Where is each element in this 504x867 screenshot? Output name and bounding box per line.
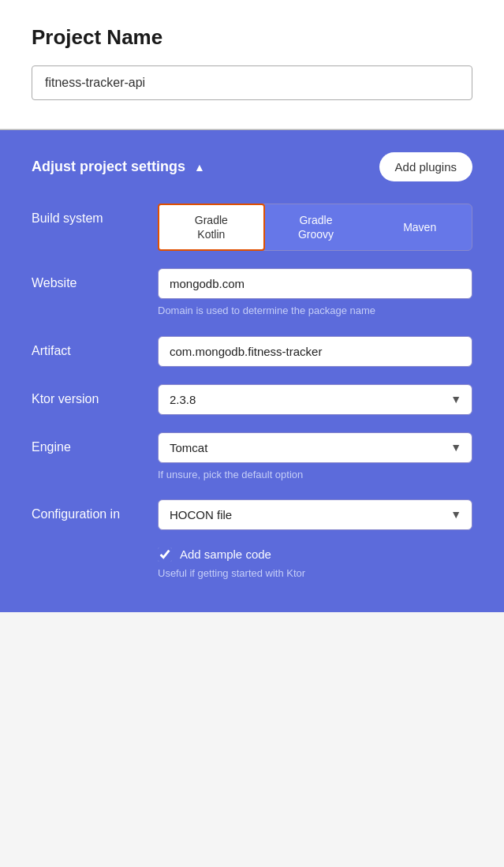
- website-hint: Domain is used to determine the package …: [158, 304, 472, 318]
- artifact-label: Artifact: [32, 336, 158, 358]
- configuration-in-wrapper: HOCON file Code ▼: [158, 499, 472, 530]
- configuration-in-row: Configuration in HOCON file Code ▼: [32, 499, 472, 530]
- engine-hint: If unsure, pick the default option: [158, 468, 472, 482]
- artifact-input[interactable]: [158, 336, 472, 367]
- build-btn-gradle-kotlin[interactable]: GradleKotlin: [158, 204, 265, 251]
- build-system-row: Build system GradleKotlin GradleGroovy M…: [32, 204, 472, 251]
- sample-code-checkbox[interactable]: [158, 547, 172, 562]
- ktor-version-control: 2.3.8 2.3.7 2.3.6 ▼: [158, 384, 472, 415]
- sample-code-hint: Useful if getting started with Ktor: [158, 566, 472, 581]
- build-system-label: Build system: [32, 204, 158, 226]
- add-plugins-button[interactable]: Add plugins: [379, 152, 472, 181]
- website-control: Domain is used to determine the package …: [158, 268, 472, 318]
- engine-select[interactable]: Tomcat Netty Jetty CIO: [158, 432, 472, 463]
- project-name-section: Project Name: [0, 0, 504, 129]
- artifact-row: Artifact: [32, 336, 472, 367]
- artifact-control: [158, 336, 472, 367]
- project-name-title: Project Name: [32, 25, 472, 50]
- build-btn-gradle-groovy[interactable]: GradleGroovy: [264, 204, 368, 250]
- engine-label: Engine: [32, 432, 158, 454]
- sample-code-row: Add sample code: [158, 547, 472, 562]
- sample-code-wrapper: Add sample code Useful if getting starte…: [158, 547, 472, 581]
- engine-wrapper: Tomcat Netty Jetty CIO ▼: [158, 432, 472, 463]
- ktor-version-row: Ktor version 2.3.8 2.3.7 2.3.6 ▼: [32, 384, 472, 415]
- collapse-arrow-icon: ▲: [194, 161, 205, 174]
- ktor-version-label: Ktor version: [32, 384, 158, 406]
- build-system-group: GradleKotlin GradleGroovy Maven: [158, 204, 472, 251]
- website-input[interactable]: [158, 268, 472, 299]
- configuration-in-select[interactable]: HOCON file Code: [158, 499, 472, 530]
- configuration-in-label: Configuration in: [32, 499, 158, 521]
- page-container: Project Name Adjust project settings ▲ A…: [0, 0, 504, 867]
- ktor-version-select[interactable]: 2.3.8 2.3.7 2.3.6: [158, 384, 472, 415]
- website-label: Website: [32, 268, 158, 290]
- build-btn-maven[interactable]: Maven: [368, 204, 472, 250]
- build-system-control: GradleKotlin GradleGroovy Maven: [158, 204, 472, 251]
- ktor-version-wrapper: 2.3.8 2.3.7 2.3.6 ▼: [158, 384, 472, 415]
- website-row: Website Domain is used to determine the …: [32, 268, 472, 318]
- project-name-input[interactable]: [32, 65, 472, 100]
- configuration-in-control: HOCON file Code ▼: [158, 499, 472, 530]
- settings-section: Adjust project settings ▲ Add plugins Bu…: [0, 130, 504, 612]
- settings-title: Adjust project settings ▲: [32, 159, 205, 175]
- sample-code-label[interactable]: Add sample code: [180, 547, 271, 561]
- settings-header: Adjust project settings ▲ Add plugins: [32, 152, 472, 181]
- engine-control: Tomcat Netty Jetty CIO ▼ If unsure, pick…: [158, 432, 472, 482]
- engine-row: Engine Tomcat Netty Jetty CIO ▼ If unsur…: [32, 432, 472, 482]
